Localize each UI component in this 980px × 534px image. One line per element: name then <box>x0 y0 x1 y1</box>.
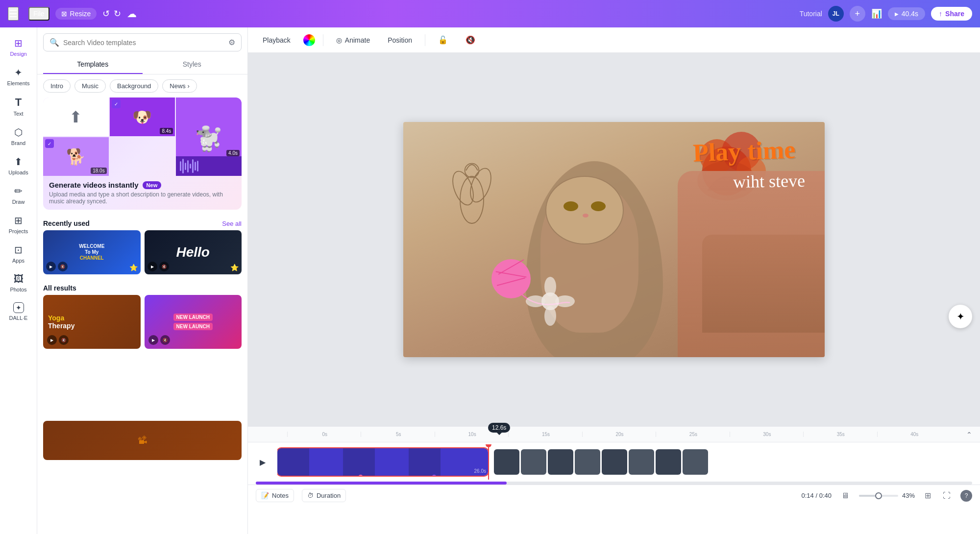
generate-preview: ⬆ ✓ 🐶 8.4s 🐩 4.0s <box>43 97 242 176</box>
tab-styles[interactable]: Styles <box>143 55 242 74</box>
result-play-yoga[interactable]: ▶ <box>47 335 57 345</box>
sidebar-item-label-apps: Apps <box>12 258 24 264</box>
result-play-launch[interactable]: ▶ <box>148 335 158 345</box>
play-timer-button[interactable]: ▶ 40.4s <box>888 7 925 20</box>
canvas-text-playtime[interactable]: Play time <box>692 135 796 167</box>
sidebar-item-label-brand: Brand <box>11 140 25 146</box>
duration-button[interactable]: ⏱ Duration <box>302 489 346 502</box>
filter-chip-news[interactable]: News › <box>162 79 196 93</box>
duration-badge-2: 18.0s <box>91 168 106 174</box>
star-badge-2: ⭐ <box>230 264 239 271</box>
cloud-save-icon: ☁ <box>127 8 137 20</box>
zoom-control: 43% <box>859 492 915 499</box>
toolbar-divider-2 <box>425 34 425 46</box>
template-hello[interactable]: Hello ▶ 🔇 ⭐ <box>145 230 242 274</box>
mute-button[interactable]: 🔇 <box>461 32 480 48</box>
filter-icon[interactable]: ⚙ <box>228 38 235 47</box>
primary-track-segment[interactable]: 26.0s <box>277 448 488 476</box>
result-mute-yoga[interactable]: 🔇 <box>59 335 69 345</box>
animate-button[interactable]: ◎ Animate <box>331 33 375 47</box>
filter-chips: Intro Music Background News › <box>37 74 247 97</box>
check-icon-2: ✓ <box>45 139 54 148</box>
playhead[interactable] <box>488 444 489 480</box>
help-button[interactable]: ? <box>960 490 972 502</box>
progress-bar[interactable] <box>256 482 972 485</box>
result-launch[interactable]: NEW LAUNCH NEW LAUNCH ▶ 🔇 <box>145 295 242 349</box>
sidebar-item-uploads[interactable]: ⬆ Uploads <box>2 152 35 179</box>
bottom-bar: 📝 Notes ⏱ Duration 0:14 / 0:40 🖥 <box>248 485 980 506</box>
result-mute-launch[interactable]: 🔇 <box>160 335 170 345</box>
svg-point-10 <box>544 277 556 296</box>
tab-templates[interactable]: Templates <box>43 55 143 74</box>
sidebar-item-draw[interactable]: ✏ Draw <box>2 181 35 209</box>
sidebar-item-design[interactable]: ⊞ Design <box>2 33 35 61</box>
sec-frame-7 <box>656 449 681 475</box>
filter-chip-intro[interactable]: Intro <box>43 79 71 93</box>
mini-mute-icon: 🔇 <box>58 262 68 271</box>
resize-button[interactable]: ⊠ Resize <box>55 8 97 20</box>
magic-button[interactable]: ✦ <box>949 305 972 328</box>
sidebar-item-text[interactable]: T Text <box>2 92 35 121</box>
add-collaborator-button[interactable]: + <box>850 6 865 22</box>
canvas[interactable]: Play time wiht steve ↻ <box>403 122 825 357</box>
results-grid: Yoga Therapy ▶ 🔇 NEW LAUNCH NEW LAUNCH ▶… <box>37 295 247 534</box>
generate-box: ⬆ ✓ 🐶 8.4s 🐩 4.0s <box>43 97 242 210</box>
zoom-slider[interactable] <box>859 495 898 497</box>
sidebar-item-label-draw: Draw <box>12 199 25 205</box>
ruler-35s: 35s <box>803 432 877 437</box>
toolbar: Playback ◎ Animate Position 🔓 🔇 <box>248 27 980 53</box>
position-button[interactable]: Position <box>383 33 417 47</box>
new-badge: New <box>143 181 162 189</box>
analytics-icon[interactable]: 📊 <box>871 8 882 19</box>
play-triangle-icon: ▶ <box>895 11 899 17</box>
template-play-overlay: ▶ 🔇 <box>46 262 68 271</box>
notes-icon: 📝 <box>261 492 269 499</box>
search-bar: 🔍 ⚙ <box>43 33 242 51</box>
sec-frame-4 <box>575 449 600 475</box>
lock-button[interactable]: 🔓 <box>433 32 453 48</box>
sidebar-item-projects[interactable]: ⊞ Projects <box>2 211 35 238</box>
duration-badge-1: 8.4s <box>160 128 173 134</box>
projects-icon: ⊞ <box>14 215 23 226</box>
fullscreen-button[interactable]: ⛶ <box>941 489 953 502</box>
sidebar-item-brand[interactable]: ⬡ Brand <box>2 122 35 150</box>
canvas-wrapper: Play time wiht steve ↻ ✦ <box>248 53 980 426</box>
templates-panel: 🔍 ⚙ Templates Styles Intro Music Backgro… <box>37 27 248 534</box>
monitor-view-button[interactable]: 🖥 <box>839 489 851 502</box>
dalle-icon: ✦ <box>13 302 24 313</box>
sidebar-item-photos[interactable]: 🖼 Photos <box>2 269 35 296</box>
sec-frame-3 <box>548 449 573 475</box>
ruler-25s: 25s <box>656 432 729 437</box>
see-all-button[interactable]: See all <box>222 220 242 227</box>
grid-view-button[interactable]: ⊞ <box>923 489 933 502</box>
canvas-text-withsteve[interactable]: wiht steve <box>733 170 806 193</box>
timeline-play-button[interactable]: ▶ <box>254 453 271 471</box>
design-icon: ⊞ <box>14 37 23 49</box>
generate-title: Generate videos instantly New <box>49 181 236 189</box>
sidebar-item-apps[interactable]: ⊡ Apps <box>2 240 35 267</box>
search-input[interactable] <box>63 39 224 47</box>
notes-button[interactable]: 📝 Notes <box>256 489 294 502</box>
main-layout: ⊞ Design ✦ Elements T Text ⬡ Brand ⬆ Upl… <box>0 27 980 534</box>
sec-frame-8 <box>683 449 708 475</box>
ruler-marks: 0s 5s 10s 15s 20s 25s 30s 35s 40s <box>287 432 951 437</box>
redo-button[interactable]: ↻ <box>114 8 121 19</box>
filter-chip-background[interactable]: Background <box>110 79 158 93</box>
mini-mute-icon-2: 🔇 <box>159 262 169 271</box>
playback-button[interactable]: Playback <box>258 33 295 47</box>
filter-chip-music[interactable]: Music <box>74 79 106 93</box>
result-yoga[interactable]: Yoga Therapy ▶ 🔇 <box>43 295 141 349</box>
undo-button[interactable]: ↺ <box>102 8 110 19</box>
share-button[interactable]: ↑ Share <box>931 7 972 21</box>
file-menu-button[interactable]: File <box>28 7 49 21</box>
timeline-tracks: ▶ 26.0s <box>248 442 980 482</box>
template-welcome[interactable]: WELCOME To My CHANNEL ▶ 🔇 ⭐ <box>43 230 141 274</box>
timeline-collapse-button[interactable]: ⌃ <box>966 430 972 439</box>
sidebar-item-dalle[interactable]: ✦ DALL·E <box>2 298 35 325</box>
sidebar-item-elements[interactable]: ✦ Elements <box>2 63 35 90</box>
menu-button[interactable]: ☰ <box>8 7 19 21</box>
mini-play-icon: ▶ <box>46 262 56 271</box>
upload-cell[interactable]: ⬆ <box>43 97 109 136</box>
result-brown[interactable]: 📽 <box>43 421 242 460</box>
color-wheel[interactable] <box>303 34 315 46</box>
